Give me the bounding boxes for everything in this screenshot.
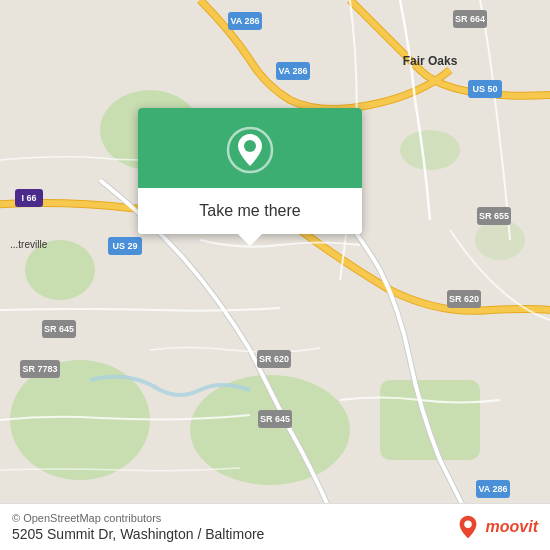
take-me-there-button[interactable]: Take me there <box>138 188 362 234</box>
svg-text:Fair Oaks: Fair Oaks <box>403 54 458 68</box>
bottom-bar: © OpenStreetMap contributors 5205 Summit… <box>0 503 550 550</box>
popup-header <box>138 108 362 188</box>
popup-card: Take me there <box>138 108 362 234</box>
svg-text:VA 286: VA 286 <box>278 66 307 76</box>
svg-point-39 <box>244 140 256 152</box>
svg-text:SR 655: SR 655 <box>479 211 509 221</box>
svg-text:...treville: ...treville <box>10 239 48 250</box>
svg-text:SR 7783: SR 7783 <box>22 364 57 374</box>
svg-rect-5 <box>380 380 480 460</box>
svg-point-40 <box>464 520 471 527</box>
moovit-logo: moovit <box>454 513 538 541</box>
svg-text:VA 286: VA 286 <box>230 16 259 26</box>
svg-point-6 <box>400 130 460 170</box>
map-svg: VA 286 SR 664 VA 286 US 50 I 66 US 29 US… <box>0 0 550 550</box>
svg-text:SR 645: SR 645 <box>260 414 290 424</box>
location-pin-icon <box>226 126 274 174</box>
svg-text:SR 664: SR 664 <box>455 14 485 24</box>
moovit-logo-text: moovit <box>486 518 538 536</box>
map-container: VA 286 SR 664 VA 286 US 50 I 66 US 29 US… <box>0 0 550 550</box>
svg-point-7 <box>475 220 525 260</box>
address-text: 5205 Summit Dr, Washington / Baltimore <box>12 526 264 542</box>
attribution-text: © OpenStreetMap contributors <box>12 512 264 524</box>
svg-text:SR 645: SR 645 <box>44 324 74 334</box>
svg-text:I 66: I 66 <box>21 193 36 203</box>
moovit-pin-icon <box>454 513 482 541</box>
svg-text:SR 620: SR 620 <box>259 354 289 364</box>
svg-text:SR 620: SR 620 <box>449 294 479 304</box>
svg-text:US 29: US 29 <box>112 241 137 251</box>
svg-text:VA 286: VA 286 <box>478 484 507 494</box>
svg-text:US 50: US 50 <box>472 84 497 94</box>
